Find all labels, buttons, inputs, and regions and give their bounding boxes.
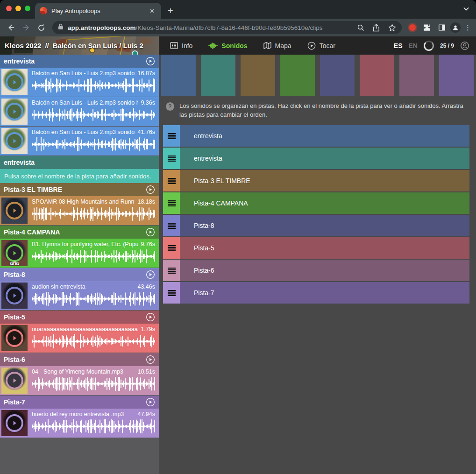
nav-sonidos[interactable]: Sonidos — [208, 42, 247, 50]
track-row[interactable]: Pista-8 — [163, 215, 469, 236]
browser-tab[interactable]: Play Antropoloops ✕ — [35, 3, 161, 19]
play-icon[interactable] — [146, 355, 155, 364]
clip-item[interactable]: Balcón en San Luis - Luis 2.mp3 sonido h… — [0, 127, 159, 156]
clip-item[interactable]: SPOAMR 08 High Mountains and Running ...… — [0, 196, 159, 225]
play-icon[interactable] — [146, 397, 155, 407]
track-row[interactable]: entrevista — [163, 148, 469, 169]
clip-play-button[interactable] — [6, 202, 23, 219]
clip-item[interactable]: ouaraaaaaaaaaaaaaaaaaaaaaaaaaaaaaaaaaaa.… — [0, 324, 159, 353]
drag-handle[interactable] — [163, 260, 180, 281]
loading-spinner-icon — [424, 41, 434, 51]
clip-item[interactable]: huerto del rey moro entrevista .mp347.94… — [0, 409, 159, 438]
track-header[interactable]: Pista-5 — [0, 311, 159, 324]
track-name: Pista-5 — [4, 313, 146, 321]
window-controls — [6, 6, 30, 11]
lang-en[interactable]: EN — [409, 42, 418, 50]
track-row[interactable]: Pista-7 — [163, 282, 469, 304]
clip-play-button[interactable] — [6, 329, 23, 347]
new-tab-button[interactable]: + — [168, 6, 173, 15]
clip-waveform — [32, 207, 155, 221]
minimize-window-button[interactable] — [15, 6, 21, 11]
forward-button[interactable] — [20, 21, 33, 34]
track-header[interactable]: Pista-7 — [0, 396, 159, 409]
track-row[interactable]: Pista-3 EL TIMBRE — [163, 170, 469, 191]
track-header[interactable]: Pista-4 CAMPANA — [0, 226, 159, 239]
bookmark-star-icon[interactable] — [388, 24, 396, 32]
drag-handle[interactable] — [163, 125, 180, 147]
drag-handle[interactable] — [163, 148, 180, 169]
tab-close-icon[interactable]: ✕ — [148, 7, 156, 15]
clip-play-button[interactable] — [6, 132, 23, 150]
maximize-window-button[interactable] — [25, 6, 30, 11]
drag-handle[interactable] — [163, 192, 180, 214]
play-icon[interactable] — [146, 312, 155, 322]
track-row-label[interactable]: entrevista — [180, 125, 469, 147]
play-icon[interactable] — [146, 57, 155, 66]
track-header[interactable]: entrevista — [0, 156, 159, 169]
track-header[interactable]: Pista-6 — [0, 353, 159, 366]
play-icon[interactable] — [146, 227, 155, 237]
lang-es[interactable]: ES — [394, 42, 403, 50]
address-bar[interactable]: app.antropoloops.com/Kleos-Santa-Marina/… — [52, 21, 402, 34]
zoom-icon[interactable] — [357, 24, 364, 31]
clip-play-button[interactable] — [6, 103, 23, 120]
track-row[interactable]: Pista-5 — [163, 237, 469, 259]
clip-duration: 43.46s — [137, 283, 155, 290]
track-row-label[interactable]: Pista-6 — [180, 260, 469, 281]
clip-info: ouaraaaaaaaaaaaaaaaaaaaaaaaaaaaaaaaaaaa.… — [32, 326, 155, 333]
clip-item[interactable]: audion sin entrevista43.46s — [0, 281, 159, 310]
clip-play-button[interactable] — [6, 244, 23, 262]
clip-item[interactable]: añaB1. Hymns for purifying water, Etc. (… — [0, 239, 159, 268]
recording-extension-icon[interactable] — [409, 24, 416, 31]
tab-search-chevron-icon[interactable] — [463, 6, 469, 14]
reload-button[interactable] — [35, 21, 48, 34]
play-icon[interactable] — [146, 270, 155, 279]
browser-profile-avatar[interactable] — [450, 22, 461, 33]
close-window-button[interactable] — [6, 6, 12, 11]
browser-toolbar: app.antropoloops.com/Kleos-Santa-Marina/… — [0, 19, 476, 36]
track-row-label[interactable]: entrevista — [180, 148, 469, 169]
clip-play-button[interactable] — [6, 372, 23, 389]
track-header[interactable]: Pista-8 — [0, 268, 159, 281]
nav-mapa[interactable]: Mapa — [263, 42, 291, 50]
clip-info: 04 - Song of Yimeng Mountain.mp310.51s — [32, 368, 155, 375]
track-row-label[interactable]: Pista-7 — [180, 282, 469, 304]
track-row[interactable]: Pista-6 — [163, 260, 469, 281]
track-row[interactable]: Pista-4 CAMPANA — [163, 192, 469, 214]
clip-play-button[interactable] — [6, 414, 23, 432]
share-icon[interactable] — [373, 24, 380, 32]
browser-menu-kebab-icon[interactable]: ⋮ — [464, 23, 471, 32]
track-row[interactable]: entrevista — [163, 125, 469, 147]
nav-info[interactable]: Info — [170, 42, 192, 50]
track-header[interactable]: entrevista — [0, 55, 159, 68]
clip-thumbnail — [1, 283, 28, 309]
track-row-label[interactable]: Pista-3 EL TIMBRE — [180, 170, 469, 191]
drag-handle-icon — [168, 223, 176, 229]
track-color-swatch — [161, 55, 196, 96]
clip-item[interactable]: 04 - Song of Yimeng Mountain.mp310.51s — [0, 366, 159, 395]
clip-item[interactable]: Balcón en San Luis - Luis 2.mp3 sonido h… — [0, 97, 159, 126]
lock-icon[interactable] — [58, 23, 64, 32]
track-row-label[interactable]: Pista-8 — [180, 215, 469, 236]
clip-play-button[interactable] — [6, 287, 23, 304]
back-button[interactable] — [5, 21, 18, 34]
play-icon[interactable] — [146, 185, 155, 194]
side-panel-icon[interactable] — [435, 21, 448, 34]
breadcrumb-project[interactable]: Kleos 2022 — [5, 42, 41, 50]
clip-thumbnail — [1, 69, 28, 95]
clip-item[interactable]: Balcón en San Luis - Luis 2.mp3 sonido h… — [0, 68, 159, 97]
track-row-label[interactable]: Pista-4 CAMPANA — [180, 192, 469, 214]
breadcrumb-separator: // — [45, 42, 49, 50]
drag-handle[interactable] — [163, 237, 180, 259]
track-row-label[interactable]: Pista-5 — [180, 237, 469, 259]
app-header: Kleos 2022 // Balcón en San Luis / Luis … — [0, 36, 476, 55]
extensions-puzzle-icon[interactable] — [420, 21, 433, 34]
clip-title: ouaraaaaaaaaaaaaaaaaaaaaaaaaaaaaaaaaaaa.… — [32, 326, 138, 333]
track-header[interactable]: Pista-3 EL TIMBRE — [0, 183, 159, 196]
clip-play-button[interactable] — [6, 73, 23, 91]
account-icon[interactable] — [460, 41, 469, 50]
drag-handle[interactable] — [163, 215, 180, 236]
nav-tocar[interactable]: Tocar — [307, 42, 335, 50]
drag-handle[interactable] — [163, 170, 180, 191]
drag-handle[interactable] — [163, 282, 180, 304]
